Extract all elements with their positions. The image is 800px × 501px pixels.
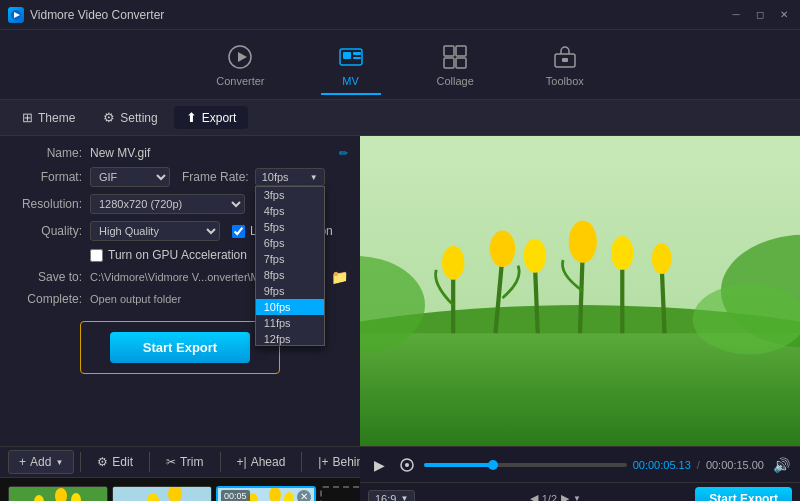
fps-current: 10fps	[262, 171, 289, 183]
toolbar: ⊞ Theme ⚙ Setting ⬆ Export	[0, 100, 800, 136]
ratio-selector[interactable]: 16:9 ▼	[368, 490, 415, 502]
volume-btn[interactable]: 🔊	[770, 454, 792, 476]
separator-1	[80, 452, 81, 472]
fps-option-12fps[interactable]: 12fps	[256, 331, 324, 346]
trim-btn[interactable]: ✂ Trim	[156, 451, 214, 473]
film-thumb-bg-2	[113, 487, 211, 502]
preview-scene	[360, 136, 800, 446]
name-row: Name: ✏	[12, 146, 348, 160]
setting-btn[interactable]: ⚙ Setting	[91, 106, 169, 129]
svg-line-19	[535, 263, 538, 333]
add-icon: +	[19, 455, 26, 469]
fps-option-11fps[interactable]: 11fps	[256, 315, 324, 331]
framerate-label: Frame Rate:	[182, 170, 249, 184]
fps-option-5fps[interactable]: 5fps	[256, 219, 324, 235]
stop-btn[interactable]	[396, 454, 418, 476]
edit-btn[interactable]: ⚙ Edit	[87, 451, 143, 473]
nav-collage[interactable]: Collage	[421, 37, 490, 93]
resolution-select[interactable]: 1280x720 (720p) 1920x1080 (1080p) 640x48…	[90, 194, 245, 214]
play-btn[interactable]: ▶	[368, 454, 390, 476]
svg-rect-8	[444, 46, 454, 56]
export-btn-area: Start Export	[80, 321, 280, 374]
gpu-label: Turn on GPU Acceleration	[108, 248, 247, 262]
film-thumb-2[interactable]	[112, 486, 212, 502]
trim-icon: ✂	[166, 455, 176, 469]
complete-action: Open output folder	[90, 293, 181, 305]
edit-label: Edit	[112, 455, 133, 469]
svg-marker-3	[238, 52, 247, 62]
film-time-3: 00:05	[221, 490, 250, 502]
svg-point-26	[569, 221, 597, 263]
nav-mv[interactable]: MV	[321, 37, 381, 93]
theme-btn[interactable]: ⊞ Theme	[10, 106, 87, 129]
svg-point-23	[442, 246, 465, 280]
top-navigation: Converter MV Collage	[0, 30, 800, 100]
ratio-arrow: ▼	[400, 494, 408, 501]
preview-controls: ▶ 00:00:05.13 / 00:00:15.00 🔊	[360, 446, 800, 482]
trim-label: Trim	[180, 455, 204, 469]
quality-select[interactable]: High Quality Medium Quality Low Quality	[90, 221, 220, 241]
svg-line-22	[662, 266, 665, 334]
fps-option-7fps[interactable]: 7fps	[256, 251, 324, 267]
collage-icon	[441, 43, 469, 71]
nav-mv-label: MV	[342, 75, 359, 87]
format-framerate-row: Format: GIF MP4 AVI Frame Rate: 10fps ▼	[12, 167, 348, 187]
setting-label: Setting	[120, 111, 157, 125]
svg-rect-11	[456, 58, 466, 68]
next-page-icon[interactable]: ▶	[561, 492, 569, 501]
fps-option-4fps[interactable]: 4fps	[256, 203, 324, 219]
svg-rect-43	[113, 487, 212, 502]
ahead-btn[interactable]: +| Ahead	[227, 451, 296, 473]
restore-btn[interactable]: ◻	[752, 7, 768, 23]
export-btn[interactable]: ⬆ Export	[174, 106, 249, 129]
film-thumb-3[interactable]: 00:05 ✕ ▶ ✂ ☆	[216, 486, 316, 502]
nav-toolbox[interactable]: Toolbox	[530, 37, 600, 93]
fps-option-3fps[interactable]: 3fps	[256, 187, 324, 203]
fps-select-btn[interactable]: 10fps ▼	[255, 168, 325, 186]
edit-icon: ⚙	[97, 455, 108, 469]
film-thumb-1[interactable]	[8, 486, 108, 502]
app-title: Vidmore Video Converter	[30, 8, 164, 22]
svg-point-48	[168, 487, 182, 502]
quality-label: Quality:	[12, 224, 82, 238]
resolution-label: Resolution:	[12, 197, 82, 211]
nav-converter-label: Converter	[216, 75, 264, 87]
toolbox-icon	[551, 43, 579, 71]
close-btn[interactable]: ✕	[776, 7, 792, 23]
fps-option-6fps[interactable]: 6fps	[256, 235, 324, 251]
progress-knob	[488, 460, 498, 470]
page-dropdown-icon[interactable]: ▼	[573, 494, 581, 501]
page-indicator: ◀ 1/2 ▶ ▼	[530, 492, 581, 501]
separator-4	[301, 452, 302, 472]
film-delete-3[interactable]: ✕	[297, 490, 311, 502]
edit-icon[interactable]: ✏	[339, 147, 348, 160]
loop-checkbox[interactable]	[232, 225, 245, 238]
fps-option-9fps[interactable]: 9fps	[256, 283, 324, 299]
format-select[interactable]: GIF MP4 AVI	[90, 167, 170, 187]
app-icon	[8, 7, 24, 23]
progress-bar[interactable]	[424, 463, 627, 467]
nav-converter[interactable]: Converter	[200, 37, 280, 93]
ahead-icon: +|	[237, 455, 247, 469]
theme-label: Theme	[38, 111, 75, 125]
fps-option-10fps[interactable]: 10fps	[256, 299, 324, 315]
browse-icon[interactable]: 📁	[331, 269, 348, 285]
gpu-checkbox[interactable]	[90, 249, 103, 262]
name-input[interactable]	[90, 146, 335, 160]
total-time: 00:00:15.00	[706, 459, 764, 471]
complete-label: Complete:	[12, 292, 82, 306]
start-export-main-btn[interactable]: Start Export	[110, 332, 250, 363]
svg-point-25	[524, 239, 547, 273]
name-label: Name:	[12, 146, 82, 160]
svg-point-27	[611, 236, 634, 270]
minimize-btn[interactable]: ─	[728, 7, 744, 23]
nav-toolbox-label: Toolbox	[546, 75, 584, 87]
titlebar-left: Vidmore Video Converter	[8, 7, 164, 23]
add-btn[interactable]: + Add ▼	[8, 450, 74, 474]
prev-page-icon[interactable]: ◀	[530, 492, 538, 501]
theme-icon: ⊞	[22, 110, 33, 125]
start-export-right-btn[interactable]: Start Export	[695, 487, 792, 502]
svg-rect-6	[353, 52, 361, 55]
fps-arrow: ▼	[310, 173, 318, 182]
fps-option-8fps[interactable]: 8fps	[256, 267, 324, 283]
